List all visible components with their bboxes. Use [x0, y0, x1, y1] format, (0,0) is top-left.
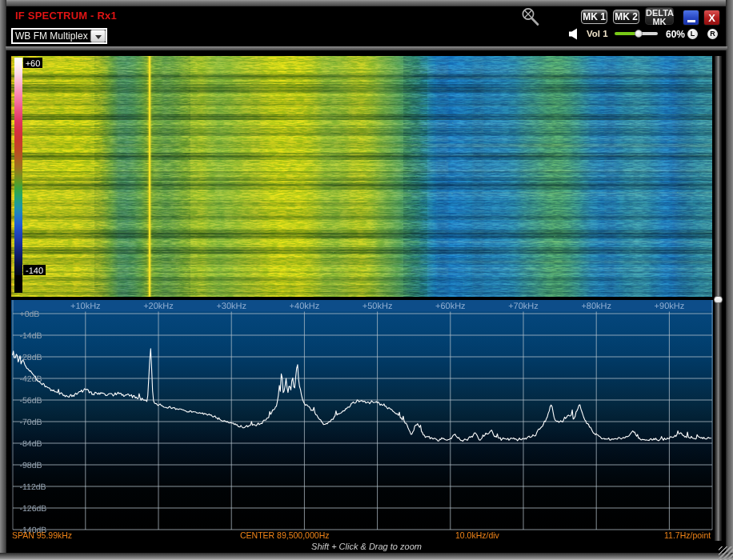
svg-text:-126dB: -126dB	[19, 503, 46, 513]
svg-text:+60kHz: +60kHz	[435, 302, 465, 311]
svg-text:+10kHz: +10kHz	[70, 302, 100, 311]
svg-text:-14dB: -14dB	[19, 330, 42, 340]
svg-text:+80kHz: +80kHz	[581, 302, 611, 311]
svg-text:+30kHz: +30kHz	[216, 302, 246, 311]
svg-text:-42dB: -42dB	[19, 374, 42, 383]
svg-text:-98dB: -98dB	[19, 460, 42, 470]
svg-text:+40kHz: +40kHz	[289, 302, 319, 311]
svg-text:+60: +60	[26, 59, 41, 69]
svg-text:-112dB: -112dB	[19, 482, 46, 491]
svg-text:+0dB: +0dB	[19, 309, 39, 318]
svg-text:+20kHz: +20kHz	[143, 302, 174, 311]
svg-text:-84dB: -84dB	[19, 438, 42, 448]
svg-text:-70dB: -70dB	[19, 417, 42, 426]
svg-text:+50kHz: +50kHz	[362, 302, 392, 311]
svg-text:-56dB: -56dB	[19, 395, 42, 405]
svg-text:+70kHz: +70kHz	[508, 302, 539, 311]
svg-text:-140: -140	[26, 266, 43, 276]
svg-text:+90kHz: +90kHz	[654, 302, 684, 311]
